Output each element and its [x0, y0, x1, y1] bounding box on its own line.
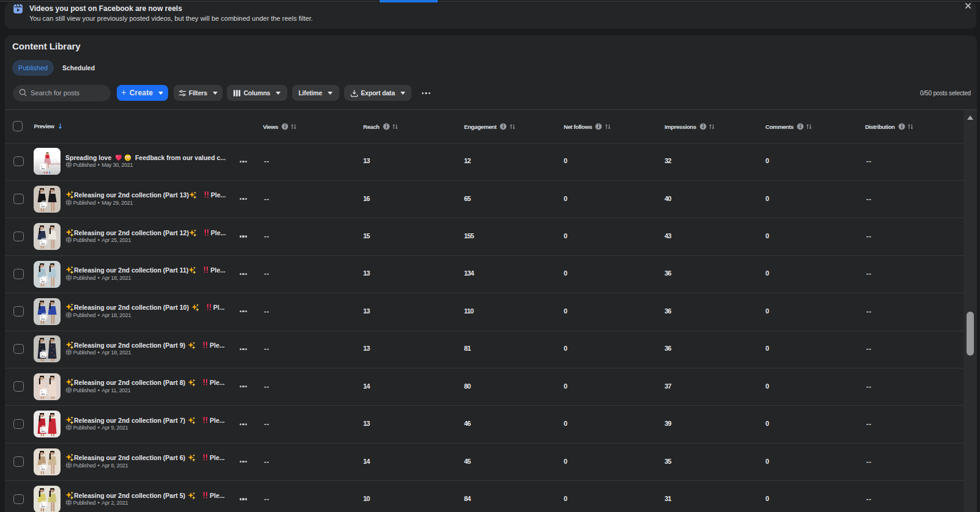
svg-text:COLLECTION: COLLECTION [47, 163, 61, 166]
